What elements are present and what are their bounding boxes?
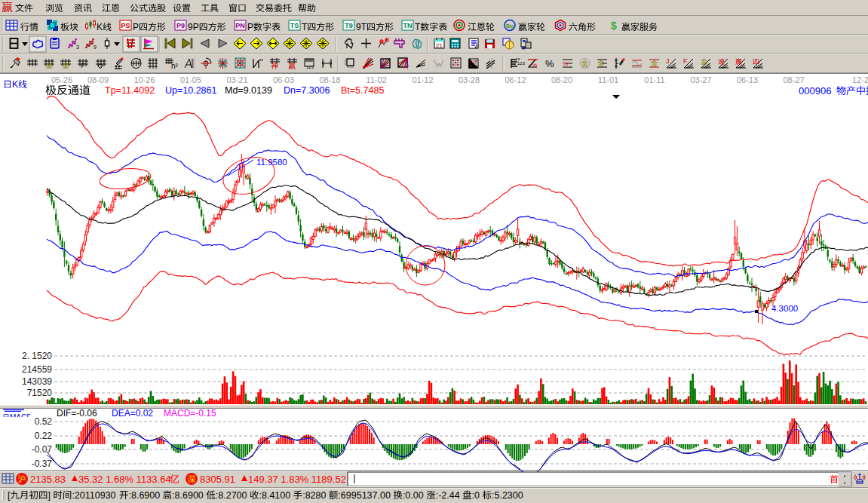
- svg-text:Up=10.2861: Up=10.2861: [165, 85, 217, 96]
- svg-text:9P: 9P: [188, 22, 199, 32]
- svg-text:11-01: 11-01: [598, 75, 618, 84]
- svg-text:DIF=-0.06: DIF=-0.06: [57, 408, 97, 419]
- svg-text:8305.91: 8305.91: [200, 474, 235, 485]
- svg-text:Bt=5.7485: Bt=5.7485: [341, 85, 384, 96]
- svg-text:123: 123: [517, 61, 526, 66]
- svg-text:2135.83: 2135.83: [30, 474, 66, 485]
- svg-text:08-27: 08-27: [783, 75, 804, 84]
- svg-text:J: J: [666, 57, 670, 65]
- svg-text:06-03: 06-03: [273, 75, 294, 84]
- svg-text:01-12: 01-12: [412, 75, 433, 84]
- svg-text:P: P: [133, 22, 139, 32]
- svg-text:08-18: 08-18: [319, 75, 340, 84]
- svg-text:11-02: 11-02: [366, 75, 386, 84]
- svg-text:P: P: [247, 22, 253, 32]
- svg-text:TN: TN: [403, 22, 413, 29]
- svg-text:01-05: 01-05: [180, 75, 201, 84]
- svg-text:10-26: 10-26: [133, 75, 155, 84]
- svg-text:08-09: 08-09: [87, 75, 109, 84]
- svg-text:214559: 214559: [22, 364, 52, 375]
- svg-text::20110930: :20110930: [72, 490, 115, 501]
- svg-text:n²: n²: [171, 62, 179, 70]
- svg-text:21: 21: [436, 42, 443, 49]
- svg-text:]: ]: [48, 490, 51, 501]
- svg-text:03-21: 03-21: [226, 75, 247, 84]
- svg-text:123: 123: [306, 65, 314, 69]
- svg-text:Dn=7.3006: Dn=7.3006: [284, 85, 330, 96]
- svg-text::0.00: :0.00: [403, 490, 424, 501]
- svg-text:K: K: [97, 22, 103, 32]
- svg-text::-2.44: :-2.44: [436, 490, 460, 501]
- svg-text:MACD=-0.15: MACD=-0.15: [164, 408, 216, 419]
- svg-text:01-11: 01-11: [644, 75, 664, 84]
- svg-text:K: K: [12, 79, 18, 90]
- svg-text:F: F: [683, 57, 688, 65]
- svg-text:TS: TS: [290, 22, 299, 29]
- svg-text:[: [: [8, 490, 11, 501]
- svg-text:%: %: [563, 60, 568, 67]
- svg-text:Big: Big: [506, 23, 514, 29]
- svg-text:0.52: 0.52: [35, 416, 53, 427]
- svg-text:3: 3: [76, 44, 79, 50]
- svg-text::6995137.00: :6995137.00: [338, 490, 391, 501]
- svg-text:4.3000: 4.3000: [771, 304, 798, 313]
- svg-text:%: %: [532, 62, 537, 69]
- svg-text:9T: 9T: [356, 22, 367, 32]
- svg-text::8.4100: :8.4100: [259, 490, 291, 501]
- svg-text:06-13: 06-13: [737, 75, 758, 84]
- svg-text::8.6900: :8.6900: [129, 490, 161, 501]
- svg-text:35.32 1.68% 1133.64: 35.32 1.68% 1133.64: [78, 474, 171, 485]
- svg-text:05-26: 05-26: [51, 75, 72, 84]
- svg-text:03-28: 03-28: [459, 75, 480, 84]
- svg-text:F: F: [81, 62, 85, 69]
- svg-text::8280: :8280: [302, 490, 326, 501]
- svg-text::8.2700: :8.2700: [216, 490, 247, 501]
- svg-text:Md=9.0139: Md=9.0139: [225, 85, 272, 96]
- svg-text:12-2: 12-2: [852, 75, 868, 84]
- svg-text::8.6900: :8.6900: [172, 490, 204, 501]
- svg-text:000906: 000906: [799, 85, 831, 97]
- svg-text:9: 9: [94, 44, 97, 50]
- svg-text:T: T: [302, 22, 308, 32]
- svg-text:03-27: 03-27: [690, 75, 711, 84]
- svg-text:-0.37: -0.37: [32, 459, 53, 469]
- svg-text:0.22: 0.22: [35, 431, 53, 441]
- svg-text:06-12: 06-12: [505, 75, 526, 84]
- svg-text:P9: P9: [176, 22, 185, 29]
- svg-text::5.2300: :5.2300: [492, 490, 523, 501]
- svg-text:2. 1520: 2. 1520: [22, 351, 52, 361]
- svg-text:%: %: [545, 58, 554, 69]
- svg-text:08-20: 08-20: [551, 75, 572, 84]
- svg-text:PN: PN: [235, 22, 245, 29]
- svg-text:Tp=11.4092: Tp=11.4092: [105, 85, 155, 96]
- svg-text:71520: 71520: [27, 388, 53, 398]
- svg-text:11.9580: 11.9580: [256, 158, 287, 167]
- svg-text:$: $: [611, 20, 617, 32]
- svg-text:T9: T9: [345, 22, 353, 29]
- svg-text:149.37 1.83% 1189.52: 149.37 1.83% 1189.52: [248, 474, 346, 485]
- svg-text:143039: 143039: [22, 376, 52, 387]
- svg-text::0: :0: [472, 490, 480, 501]
- svg-text:T: T: [415, 22, 421, 32]
- svg-text:DEA=0.02: DEA=0.02: [112, 408, 153, 419]
- svg-text:-0.07: -0.07: [32, 444, 53, 455]
- svg-text:PS: PS: [121, 22, 130, 29]
